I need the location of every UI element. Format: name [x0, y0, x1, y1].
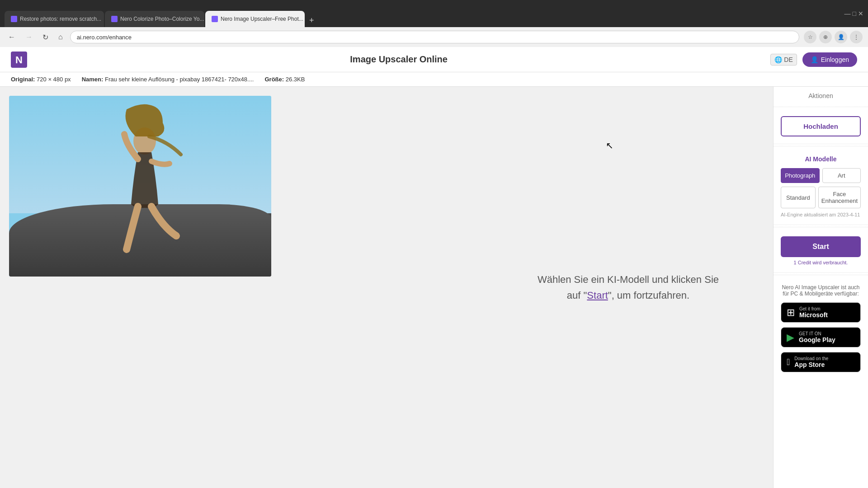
close-window-button[interactable]: ✕ — [858, 10, 863, 17]
original-label: Original: — [11, 76, 35, 83]
google-play-label-small: GET IT ON — [799, 331, 835, 336]
tab-label: Restore photos: remove scratch... — [20, 16, 101, 22]
person-silhouette — [9, 96, 271, 277]
model-type-row: Photograph Art — [781, 168, 861, 183]
image-area: Wählen Sie ein KI-Modell und klicken Sie… — [0, 87, 773, 488]
login-button[interactable]: 👤 Einloggen — [802, 52, 857, 67]
menu-icon[interactable]: ⋮ — [850, 31, 863, 43]
upload-section: Hochladen — [774, 109, 868, 144]
instruction-area: Wählen Sie ein KI-Modell und klicken Sie… — [538, 272, 719, 303]
google-play-label-big: Google Play — [799, 336, 835, 343]
google-play-inner: ▶ GET IT ON Google Play — [787, 331, 855, 343]
google-play-text: GET IT ON Google Play — [799, 331, 835, 343]
app-header: N Image Upscaler Online 🌐 DE 👤 Einloggen — [0, 47, 868, 72]
language-button[interactable]: 🌐 DE — [770, 54, 797, 66]
standard-button[interactable]: Standard — [781, 187, 816, 208]
app-store-button[interactable]:  Download on the App Store — [781, 352, 861, 372]
microsoft-store-inner: ⊞ Get it from Microsoft — [787, 306, 855, 319]
app-store-text: Download on the App Store — [794, 356, 828, 368]
tab-favicon — [111, 16, 118, 22]
app-store-label-big: App Store — [794, 361, 828, 368]
main-content: Wählen Sie ein KI-Modell und klicken Sie… — [0, 87, 868, 488]
uploaded-image — [9, 96, 271, 277]
right-sidebar: Aktionen Hochladen AI Modelle Photograph… — [773, 87, 868, 488]
maximize-button[interactable]: □ — [853, 10, 856, 17]
app-container: N Image Upscaler Online 🌐 DE 👤 Einloggen… — [0, 47, 868, 488]
apple-icon:  — [787, 357, 790, 367]
enhancement-type-row: Standard Face Enhancement — [781, 187, 861, 208]
name-info: Namen: Frau sehr kleine Auflösung - pixa… — [82, 76, 254, 83]
tab-favicon — [11, 16, 17, 22]
google-play-icon: ▶ — [787, 332, 794, 343]
art-button[interactable]: Art — [822, 168, 861, 183]
minimize-button[interactable]: — — [844, 10, 851, 17]
separator — [774, 107, 868, 107]
page-title: Image Upscaler Online — [27, 54, 770, 65]
original-info: Original: 720 × 480 px — [11, 76, 71, 83]
lang-label: DE — [784, 56, 793, 63]
address-bar[interactable]: ai.nero.com/enhance — [70, 31, 799, 43]
ai-modelle-section: AI Modelle Photograph Art Standard Face … — [774, 148, 868, 225]
header-right: 🌐 DE 👤 Einloggen — [770, 52, 857, 67]
upload-button[interactable]: Hochladen — [781, 116, 861, 136]
app-store-section: Nero AI Image Upscaler ist auch für PC &… — [774, 277, 868, 384]
instruction-line1: Wählen Sie ein KI-Modell und klicken Sie — [538, 272, 719, 287]
tab-label: Nero Image Upscaler–Free Phot... — [221, 16, 303, 22]
start-button[interactable]: Start — [781, 236, 861, 257]
browser-controls: ← → ↻ ⌂ ai.nero.com/enhance ☆ ⊕ 👤 ⋮ — [0, 27, 868, 47]
browser-actions: ☆ ⊕ 👤 ⋮ — [804, 31, 863, 43]
start-section: Start 1 Credit wird verbraucht. — [774, 229, 868, 273]
photograph-button[interactable]: Photograph — [781, 168, 820, 183]
separator — [774, 275, 868, 275]
aktionen-label: Aktionen — [774, 87, 868, 105]
svg-text:N: N — [15, 54, 23, 66]
back-button[interactable]: ← — [5, 31, 18, 43]
size-value: 26.3KB — [286, 76, 305, 83]
face-enhancement-button[interactable]: Face Enhancement — [818, 187, 861, 208]
microsoft-store-label-small: Get it from — [799, 306, 828, 311]
ai-engine-note: AI-Engine aktualisiert am 2023-4-11 — [781, 212, 861, 217]
microsoft-icon: ⊞ — [787, 307, 795, 319]
login-label: Einloggen — [821, 56, 849, 63]
ai-modelle-title: AI Modelle — [781, 155, 861, 163]
original-value: 720 × 480 px — [37, 76, 71, 83]
profile-icon[interactable]: 👤 — [835, 31, 847, 43]
app-store-inner:  Download on the App Store — [787, 356, 855, 368]
tab-label: Nero Colorize Photo–Colorize Yo... — [120, 16, 204, 22]
image-scene — [9, 96, 271, 277]
tab-restore[interactable]: Restore photos: remove scratch... ✕ — [5, 11, 104, 27]
user-icon: 👤 — [811, 56, 818, 63]
tab-upscaler[interactable]: Nero Image Upscaler–Free Phot... ✕ — [205, 11, 305, 27]
extensions-icon[interactable]: ⊕ — [819, 31, 832, 43]
add-tab-button[interactable]: + — [306, 14, 318, 27]
tab-favicon — [212, 16, 218, 22]
microsoft-store-button[interactable]: ⊞ Get it from Microsoft — [781, 302, 861, 323]
start-link[interactable]: Start — [587, 290, 608, 301]
microsoft-store-text: Get it from Microsoft — [799, 306, 828, 319]
reload-button[interactable]: ↻ — [40, 31, 51, 43]
separator — [774, 146, 868, 146]
tab-colorize[interactable]: Nero Colorize Photo–Colorize Yo... ✕ — [105, 11, 204, 27]
size-label: Größe: — [264, 76, 284, 83]
size-info: Größe: 26.3KB — [264, 76, 305, 83]
instruction-line2: auf "Start", um fortzufahren. — [538, 287, 719, 303]
browser-tabs: Restore photos: remove scratch... ✕ Nero… — [5, 0, 841, 27]
globe-icon: 🌐 — [774, 56, 782, 63]
google-play-button[interactable]: ▶ GET IT ON Google Play — [781, 327, 861, 347]
bookmark-icon[interactable]: ☆ — [804, 31, 816, 43]
browser-chrome: Restore photos: remove scratch... ✕ Nero… — [0, 0, 868, 27]
nero-logo-icon: N — [11, 52, 27, 68]
name-value: Frau sehr kleine Auflösung - pixabay 186… — [105, 76, 254, 83]
microsoft-store-label-big: Microsoft — [799, 311, 828, 319]
home-button[interactable]: ⌂ — [56, 31, 66, 43]
credit-note: 1 Credit wird verbraucht. — [781, 260, 861, 265]
forward-button[interactable]: → — [23, 31, 35, 43]
app-section-text: Nero AI Image Upscaler ist auch für PC &… — [781, 284, 861, 297]
app-store-label-small: Download on the — [794, 356, 828, 361]
name-label: Namen: — [82, 76, 104, 83]
logo: N — [11, 52, 27, 68]
file-info-bar: Original: 720 × 480 px Namen: Frau sehr … — [0, 72, 868, 87]
separator — [774, 227, 868, 227]
address-text: ai.nero.com/enhance — [77, 34, 132, 41]
